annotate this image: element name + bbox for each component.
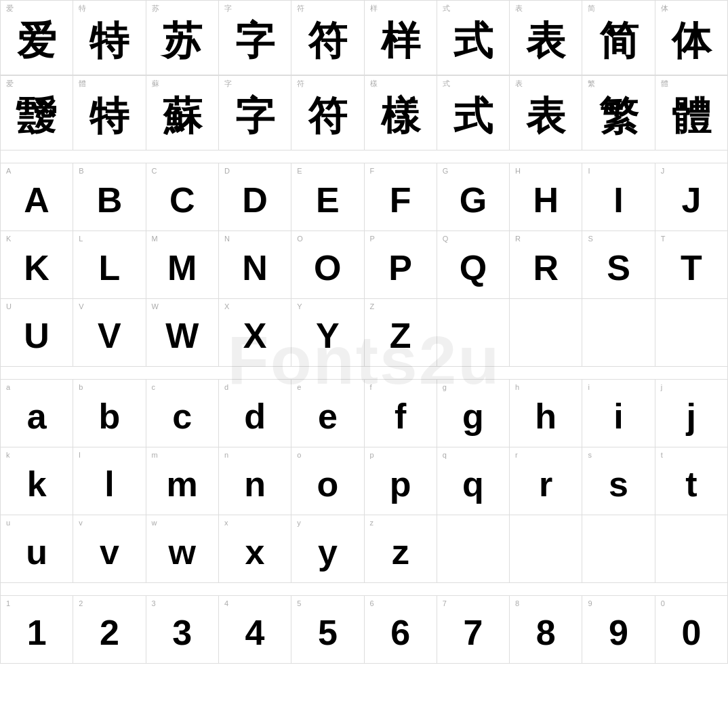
cell-character: g [462, 399, 484, 434]
grid-cell: 蘇蘇 [146, 76, 219, 151]
cell-character: L [99, 250, 121, 285]
cell-character: 蘇 [163, 96, 202, 136]
cell-label: 爱 [6, 5, 14, 12]
grid-cell: ZZ [365, 299, 437, 367]
grid-cell: 體體 [655, 76, 728, 151]
cell-character: 简 [599, 21, 639, 60]
cell-character: 靉 [17, 96, 56, 136]
cell-label: 9 [588, 600, 592, 607]
grid-cell: DD [219, 163, 291, 231]
cell-label: F [370, 167, 375, 175]
cell-label: A [6, 167, 11, 175]
grid-cell [582, 299, 655, 367]
cell-label: M [152, 235, 158, 243]
grid-cell [655, 299, 728, 367]
section-gap-1 [0, 151, 728, 163]
grid-cell: 符符 [291, 76, 364, 151]
cell-label: 1 [6, 600, 10, 607]
grid-cell: xx [219, 515, 291, 583]
cell-character: z [392, 534, 409, 569]
cell-character: H [533, 182, 559, 218]
grid-cell: ff [365, 380, 437, 447]
cell-label: 符 [297, 80, 304, 87]
cell-character: v [100, 534, 119, 569]
cell-character: 体 [672, 21, 711, 60]
cell-character: l [104, 466, 114, 502]
grid-cell: HH [510, 163, 582, 231]
cell-label: a [6, 384, 10, 391]
cell-label: E [297, 167, 302, 175]
cell-label: G [443, 167, 449, 175]
cell-label: r [515, 452, 518, 459]
cell-label: i [588, 384, 589, 391]
cell-label: 體 [79, 80, 86, 87]
cell-character: E [316, 182, 340, 218]
cell-label: d [224, 384, 228, 391]
cell-label: u [6, 519, 10, 527]
grid-cell: 爱爱 [1, 1, 73, 75]
cell-character: 9 [609, 615, 628, 650]
cell-label: p [370, 452, 374, 459]
grid-cell: ee [291, 380, 364, 447]
grid-cell: ww [146, 515, 219, 583]
grid-cell: SS [582, 231, 655, 299]
grid-cell: 體特 [73, 76, 146, 151]
cell-character: q [462, 466, 484, 502]
cell-character: X [243, 318, 267, 353]
cell-label: 爱 [6, 80, 14, 87]
cell-label: C [152, 167, 157, 175]
grid-cell: OO [291, 231, 364, 299]
cell-label: T [661, 235, 666, 243]
cell-label: V [79, 303, 83, 311]
grid-cell: 式式 [437, 1, 510, 75]
cell-label: h [515, 384, 519, 391]
cell-label: S [588, 235, 592, 243]
grid-cell: YY [291, 299, 364, 367]
cell-character: u [26, 534, 47, 569]
grid-cell: 00 [655, 596, 728, 664]
grid-cell: 字字 [219, 1, 291, 75]
grid-cell: 体体 [655, 1, 728, 75]
cell-label: H [515, 167, 521, 175]
cell-label: q [443, 452, 447, 459]
cell-character: 爱 [17, 21, 56, 60]
cell-character: Q [460, 250, 487, 285]
grid-cell: 爱靉 [1, 76, 73, 151]
cell-character: j [687, 399, 696, 434]
cell-label: U [6, 303, 12, 311]
cell-label: D [224, 167, 230, 175]
cell-character: 式 [453, 21, 493, 60]
cell-character: V [98, 318, 121, 353]
cell-label: X [224, 303, 229, 311]
grid-cell: uu [1, 515, 73, 583]
grid-cell: AA [1, 163, 73, 231]
cell-label: 苏 [152, 5, 159, 12]
chinese-simplified-section: 爱爱特特苏苏字字符符样样式式表表简简体体 [0, 0, 728, 75]
cell-character: p [390, 466, 411, 502]
grid-cell: 樣樣 [365, 76, 437, 151]
cell-character: P [388, 250, 412, 285]
cell-character: 1 [27, 615, 47, 650]
cell-character: b [99, 399, 121, 434]
cell-character: O [314, 250, 341, 285]
cell-character: f [395, 399, 406, 434]
cell-label: 6 [370, 600, 374, 607]
cell-label: 字 [224, 5, 232, 12]
cell-label: t [661, 452, 663, 459]
grid-cell: 表表 [510, 76, 582, 151]
grid-cell: LL [73, 231, 146, 299]
cell-label: 字 [224, 80, 232, 87]
cell-character: B [97, 182, 123, 218]
cell-character: o [317, 466, 338, 502]
grid-cell [437, 299, 510, 367]
cell-label: 式 [443, 80, 450, 87]
section-gap-3 [0, 583, 728, 595]
cell-character: 3 [172, 615, 192, 650]
cell-character: c [172, 399, 192, 434]
cell-character: N [242, 250, 268, 285]
grid-cell: yy [291, 515, 364, 583]
cell-label: 特 [79, 5, 86, 12]
cell-character: m [167, 466, 198, 502]
grid-cell: 66 [365, 596, 437, 664]
grid-cell: ll [73, 447, 146, 515]
